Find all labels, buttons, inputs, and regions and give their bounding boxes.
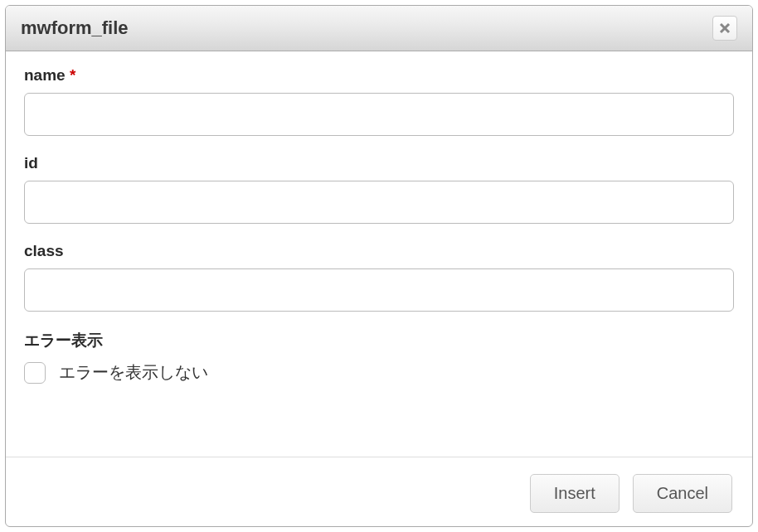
insert-button[interactable]: Insert [530, 474, 620, 513]
dialog-header: mwform_file [6, 6, 752, 51]
error-display-checkbox-label: エラーを表示しない [59, 361, 208, 384]
name-label-text: name [24, 66, 66, 84]
field-class: class [24, 242, 734, 312]
field-error-display: エラー表示 エラーを表示しない [24, 330, 734, 384]
dialog-title: mwform_file [21, 17, 129, 39]
field-id: id [24, 154, 734, 224]
dialog-footer: Insert Cancel [6, 457, 752, 526]
field-name: name * [24, 66, 734, 136]
id-input[interactable] [24, 181, 734, 224]
class-input[interactable] [24, 268, 734, 312]
id-label: id [24, 154, 734, 172]
error-display-checkbox[interactable] [24, 362, 46, 384]
dialog-body: name * id class エラー表示 エラーを表示しない [6, 51, 752, 457]
name-input[interactable] [24, 93, 734, 136]
name-label: name * [24, 66, 734, 85]
class-label: class [24, 242, 734, 260]
required-marker: * [70, 66, 75, 84]
cancel-button[interactable]: Cancel [633, 474, 732, 513]
close-icon [718, 22, 731, 35]
error-display-label: エラー表示 [24, 330, 734, 351]
checkbox-row: エラーを表示しない [24, 361, 734, 384]
dialog: mwform_file name * id class エラー表示 [5, 5, 753, 527]
close-button[interactable] [712, 16, 737, 41]
